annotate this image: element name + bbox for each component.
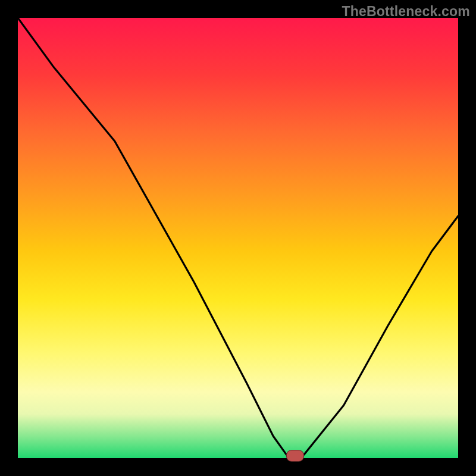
chart-frame: TheBottleneck.com [0,0,476,476]
optimum-marker [286,450,304,462]
curve-layer [18,18,458,458]
plot-area [18,18,458,458]
bottleneck-curve [18,18,458,456]
watermark-text: TheBottleneck.com [342,4,470,20]
